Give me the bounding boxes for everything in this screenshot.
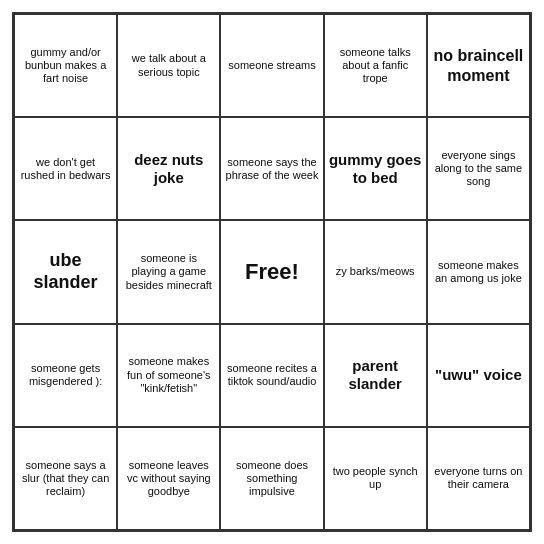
- bingo-cell-r4c1: someone leaves vc without saying goodbye: [117, 427, 220, 530]
- bingo-cell-r1c3: gummy goes to bed: [324, 117, 427, 220]
- bingo-cell-r3c3: parent slander: [324, 324, 427, 427]
- bingo-cell-r0c3: someone talks about a fanfic trope: [324, 14, 427, 117]
- bingo-cell-r1c4: everyone sings along to the same song: [427, 117, 530, 220]
- bingo-cell-r1c0: we don't get rushed in bedwars: [14, 117, 117, 220]
- bingo-cell-r2c2: Free!: [220, 220, 323, 323]
- bingo-cell-r0c1: we talk about a serious topic: [117, 14, 220, 117]
- bingo-cell-r0c0: gummy and/or bunbun makes a fart noise: [14, 14, 117, 117]
- bingo-cell-r4c4: everyone turns on their camera: [427, 427, 530, 530]
- bingo-cell-r4c0: someone says a slur (that they can recla…: [14, 427, 117, 530]
- bingo-cell-r3c0: someone gets misgendered ):: [14, 324, 117, 427]
- bingo-cell-r0c2: someone streams: [220, 14, 323, 117]
- bingo-cell-r2c4: someone makes an among us joke: [427, 220, 530, 323]
- bingo-cell-r2c0: ube slander: [14, 220, 117, 323]
- bingo-cell-r3c1: someone makes fun of someone's "kink/fet…: [117, 324, 220, 427]
- bingo-cell-r1c2: someone says the phrase of the week: [220, 117, 323, 220]
- bingo-cell-r4c2: someone does something impulsive: [220, 427, 323, 530]
- bingo-cell-r2c3: zy barks/meows: [324, 220, 427, 323]
- bingo-cell-r1c1: deez nuts joke: [117, 117, 220, 220]
- bingo-cell-r2c1: someone is playing a game besides minecr…: [117, 220, 220, 323]
- bingo-cell-r4c3: two people synch up: [324, 427, 427, 530]
- bingo-cell-r0c4: no braincell moment: [427, 14, 530, 117]
- bingo-board: gummy and/or bunbun makes a fart noisewe…: [12, 12, 532, 532]
- bingo-cell-r3c4: "uwu" voice: [427, 324, 530, 427]
- bingo-cell-r3c2: someone recites a tiktok sound/audio: [220, 324, 323, 427]
